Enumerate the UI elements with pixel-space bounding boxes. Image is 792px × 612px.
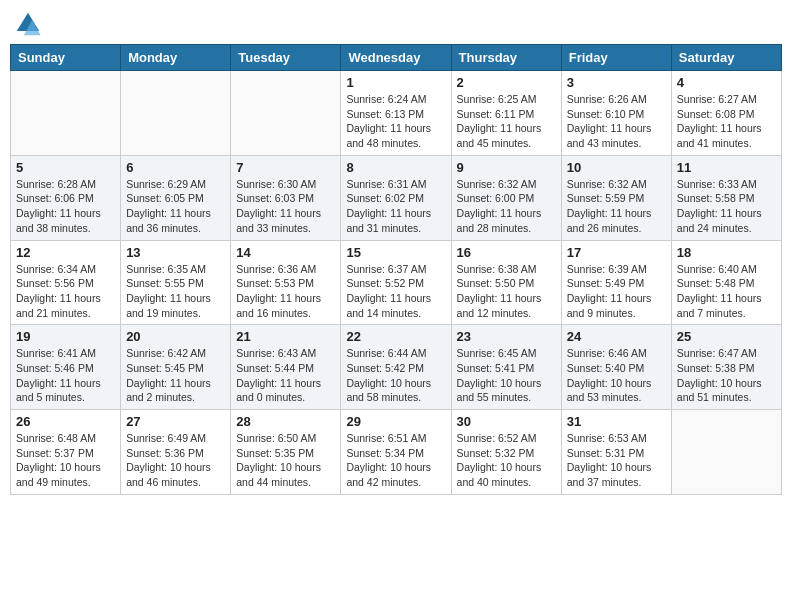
calendar-cell: 26Sunrise: 6:48 AM Sunset: 5:37 PM Dayli… — [11, 410, 121, 495]
day-number: 20 — [126, 329, 225, 344]
weekday-header-tuesday: Tuesday — [231, 45, 341, 71]
calendar-cell: 23Sunrise: 6:45 AM Sunset: 5:41 PM Dayli… — [451, 325, 561, 410]
day-detail: Sunrise: 6:38 AM Sunset: 5:50 PM Dayligh… — [457, 262, 556, 321]
day-number: 28 — [236, 414, 335, 429]
weekday-header-sunday: Sunday — [11, 45, 121, 71]
day-number: 8 — [346, 160, 445, 175]
day-detail: Sunrise: 6:42 AM Sunset: 5:45 PM Dayligh… — [126, 346, 225, 405]
logo — [14, 10, 46, 38]
day-detail: Sunrise: 6:45 AM Sunset: 5:41 PM Dayligh… — [457, 346, 556, 405]
calendar-week-row: 26Sunrise: 6:48 AM Sunset: 5:37 PM Dayli… — [11, 410, 782, 495]
day-number: 6 — [126, 160, 225, 175]
calendar-cell: 6Sunrise: 6:29 AM Sunset: 6:05 PM Daylig… — [121, 155, 231, 240]
calendar-cell: 16Sunrise: 6:38 AM Sunset: 5:50 PM Dayli… — [451, 240, 561, 325]
weekday-header-friday: Friday — [561, 45, 671, 71]
day-detail: Sunrise: 6:39 AM Sunset: 5:49 PM Dayligh… — [567, 262, 666, 321]
day-number: 13 — [126, 245, 225, 260]
day-detail: Sunrise: 6:51 AM Sunset: 5:34 PM Dayligh… — [346, 431, 445, 490]
calendar-cell: 20Sunrise: 6:42 AM Sunset: 5:45 PM Dayli… — [121, 325, 231, 410]
day-number: 16 — [457, 245, 556, 260]
day-number: 21 — [236, 329, 335, 344]
calendar-cell: 13Sunrise: 6:35 AM Sunset: 5:55 PM Dayli… — [121, 240, 231, 325]
day-number: 23 — [457, 329, 556, 344]
day-detail: Sunrise: 6:52 AM Sunset: 5:32 PM Dayligh… — [457, 431, 556, 490]
day-detail: Sunrise: 6:49 AM Sunset: 5:36 PM Dayligh… — [126, 431, 225, 490]
day-number: 10 — [567, 160, 666, 175]
calendar-cell: 8Sunrise: 6:31 AM Sunset: 6:02 PM Daylig… — [341, 155, 451, 240]
day-number: 3 — [567, 75, 666, 90]
calendar-cell: 2Sunrise: 6:25 AM Sunset: 6:11 PM Daylig… — [451, 71, 561, 156]
calendar-cell: 18Sunrise: 6:40 AM Sunset: 5:48 PM Dayli… — [671, 240, 781, 325]
calendar-cell: 14Sunrise: 6:36 AM Sunset: 5:53 PM Dayli… — [231, 240, 341, 325]
day-number: 4 — [677, 75, 776, 90]
day-number: 11 — [677, 160, 776, 175]
day-number: 24 — [567, 329, 666, 344]
calendar-week-row: 19Sunrise: 6:41 AM Sunset: 5:46 PM Dayli… — [11, 325, 782, 410]
calendar-cell: 31Sunrise: 6:53 AM Sunset: 5:31 PM Dayli… — [561, 410, 671, 495]
day-detail: Sunrise: 6:28 AM Sunset: 6:06 PM Dayligh… — [16, 177, 115, 236]
day-detail: Sunrise: 6:30 AM Sunset: 6:03 PM Dayligh… — [236, 177, 335, 236]
calendar-cell: 19Sunrise: 6:41 AM Sunset: 5:46 PM Dayli… — [11, 325, 121, 410]
day-number: 22 — [346, 329, 445, 344]
day-detail: Sunrise: 6:41 AM Sunset: 5:46 PM Dayligh… — [16, 346, 115, 405]
calendar-cell — [11, 71, 121, 156]
calendar-cell — [231, 71, 341, 156]
calendar-week-row: 12Sunrise: 6:34 AM Sunset: 5:56 PM Dayli… — [11, 240, 782, 325]
day-detail: Sunrise: 6:44 AM Sunset: 5:42 PM Dayligh… — [346, 346, 445, 405]
calendar-cell — [671, 410, 781, 495]
day-detail: Sunrise: 6:43 AM Sunset: 5:44 PM Dayligh… — [236, 346, 335, 405]
page-header — [10, 10, 782, 38]
calendar-cell: 12Sunrise: 6:34 AM Sunset: 5:56 PM Dayli… — [11, 240, 121, 325]
day-number: 17 — [567, 245, 666, 260]
calendar-cell: 30Sunrise: 6:52 AM Sunset: 5:32 PM Dayli… — [451, 410, 561, 495]
day-number: 9 — [457, 160, 556, 175]
day-number: 25 — [677, 329, 776, 344]
calendar-cell: 29Sunrise: 6:51 AM Sunset: 5:34 PM Dayli… — [341, 410, 451, 495]
calendar-week-row: 1Sunrise: 6:24 AM Sunset: 6:13 PM Daylig… — [11, 71, 782, 156]
day-detail: Sunrise: 6:27 AM Sunset: 6:08 PM Dayligh… — [677, 92, 776, 151]
weekday-header-saturday: Saturday — [671, 45, 781, 71]
calendar-cell: 22Sunrise: 6:44 AM Sunset: 5:42 PM Dayli… — [341, 325, 451, 410]
calendar-cell: 28Sunrise: 6:50 AM Sunset: 5:35 PM Dayli… — [231, 410, 341, 495]
day-detail: Sunrise: 6:40 AM Sunset: 5:48 PM Dayligh… — [677, 262, 776, 321]
day-detail: Sunrise: 6:47 AM Sunset: 5:38 PM Dayligh… — [677, 346, 776, 405]
day-detail: Sunrise: 6:48 AM Sunset: 5:37 PM Dayligh… — [16, 431, 115, 490]
day-number: 30 — [457, 414, 556, 429]
day-number: 5 — [16, 160, 115, 175]
day-detail: Sunrise: 6:25 AM Sunset: 6:11 PM Dayligh… — [457, 92, 556, 151]
day-number: 15 — [346, 245, 445, 260]
calendar-cell: 15Sunrise: 6:37 AM Sunset: 5:52 PM Dayli… — [341, 240, 451, 325]
day-number: 1 — [346, 75, 445, 90]
day-detail: Sunrise: 6:50 AM Sunset: 5:35 PM Dayligh… — [236, 431, 335, 490]
calendar-cell: 25Sunrise: 6:47 AM Sunset: 5:38 PM Dayli… — [671, 325, 781, 410]
day-number: 31 — [567, 414, 666, 429]
day-number: 18 — [677, 245, 776, 260]
day-detail: Sunrise: 6:32 AM Sunset: 6:00 PM Dayligh… — [457, 177, 556, 236]
day-detail: Sunrise: 6:24 AM Sunset: 6:13 PM Dayligh… — [346, 92, 445, 151]
day-detail: Sunrise: 6:33 AM Sunset: 5:58 PM Dayligh… — [677, 177, 776, 236]
day-detail: Sunrise: 6:46 AM Sunset: 5:40 PM Dayligh… — [567, 346, 666, 405]
day-detail: Sunrise: 6:29 AM Sunset: 6:05 PM Dayligh… — [126, 177, 225, 236]
calendar-cell: 5Sunrise: 6:28 AM Sunset: 6:06 PM Daylig… — [11, 155, 121, 240]
day-number: 26 — [16, 414, 115, 429]
day-detail: Sunrise: 6:36 AM Sunset: 5:53 PM Dayligh… — [236, 262, 335, 321]
day-number: 7 — [236, 160, 335, 175]
day-number: 12 — [16, 245, 115, 260]
calendar-cell: 1Sunrise: 6:24 AM Sunset: 6:13 PM Daylig… — [341, 71, 451, 156]
day-number: 2 — [457, 75, 556, 90]
day-number: 19 — [16, 329, 115, 344]
day-detail: Sunrise: 6:53 AM Sunset: 5:31 PM Dayligh… — [567, 431, 666, 490]
calendar-cell: 27Sunrise: 6:49 AM Sunset: 5:36 PM Dayli… — [121, 410, 231, 495]
calendar-cell: 17Sunrise: 6:39 AM Sunset: 5:49 PM Dayli… — [561, 240, 671, 325]
weekday-header-wednesday: Wednesday — [341, 45, 451, 71]
calendar-cell: 4Sunrise: 6:27 AM Sunset: 6:08 PM Daylig… — [671, 71, 781, 156]
calendar-cell: 9Sunrise: 6:32 AM Sunset: 6:00 PM Daylig… — [451, 155, 561, 240]
weekday-header-thursday: Thursday — [451, 45, 561, 71]
calendar-cell: 24Sunrise: 6:46 AM Sunset: 5:40 PM Dayli… — [561, 325, 671, 410]
day-detail: Sunrise: 6:35 AM Sunset: 5:55 PM Dayligh… — [126, 262, 225, 321]
day-detail: Sunrise: 6:26 AM Sunset: 6:10 PM Dayligh… — [567, 92, 666, 151]
logo-icon — [14, 10, 42, 38]
day-detail: Sunrise: 6:32 AM Sunset: 5:59 PM Dayligh… — [567, 177, 666, 236]
day-detail: Sunrise: 6:31 AM Sunset: 6:02 PM Dayligh… — [346, 177, 445, 236]
calendar-cell: 10Sunrise: 6:32 AM Sunset: 5:59 PM Dayli… — [561, 155, 671, 240]
